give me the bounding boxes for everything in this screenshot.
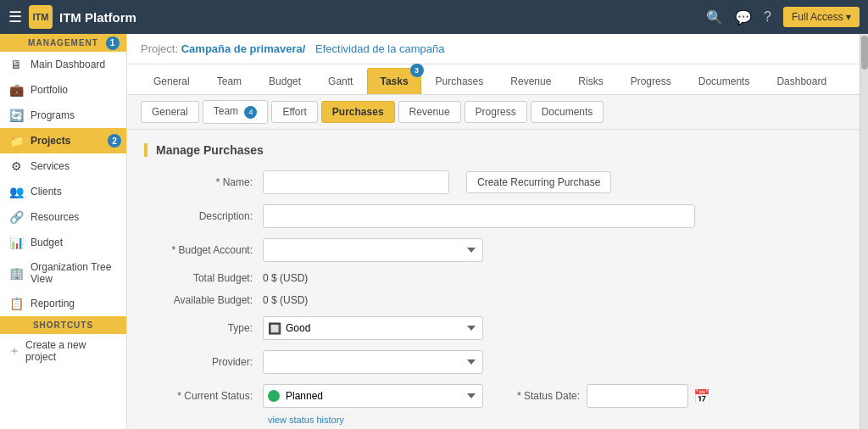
sidebar-item-label: Budget: [31, 237, 63, 248]
status-date-input[interactable]: [587, 384, 688, 408]
tab2-revenue[interactable]: Revenue: [398, 101, 461, 123]
current-status-label: * Current Status:: [144, 390, 263, 402]
chat-icon[interactable]: 💬: [735, 9, 752, 25]
help-icon[interactable]: ?: [764, 9, 771, 25]
sidebar-item-label: Main Dashboard: [31, 58, 105, 70]
tasks-badge: 3: [410, 64, 424, 77]
provider-select[interactable]: [263, 350, 483, 374]
scrollbar[interactable]: [860, 34, 868, 429]
tab-revenue[interactable]: Revenue: [498, 68, 564, 94]
budget-account-label: * Budget Account:: [144, 244, 263, 256]
tabs-row-1: General Team Budget Gantt Tasks 3 Purcha…: [127, 64, 868, 95]
team-badge: 4: [244, 106, 257, 119]
total-budget-value: 0 $ (USD): [263, 272, 308, 284]
reporting-icon: 📋: [8, 297, 24, 310]
scrollbar-thumb[interactable]: [861, 36, 868, 70]
tab-general[interactable]: General: [141, 68, 203, 94]
project-name-text: Campaña de primavera/: [181, 42, 306, 55]
projects-badge: 2: [108, 134, 121, 148]
services-icon: ⚙: [8, 159, 24, 173]
portfolio-icon: 💼: [8, 83, 24, 97]
tab-team[interactable]: Team: [204, 68, 254, 94]
status-date-label: * Status Date:: [517, 390, 580, 402]
budget-icon: 📊: [8, 236, 24, 249]
org-tree-icon: 🏢: [8, 266, 24, 280]
main-content: Project: Campaña de primavera/ Efectivid…: [127, 34, 868, 429]
search-icon[interactable]: 🔍: [706, 9, 723, 25]
provider-label: Provider:: [144, 356, 263, 368]
tab-purchases[interactable]: Purchases: [423, 68, 497, 94]
management-header: MANAGEMENT 1: [0, 34, 126, 52]
menu-icon[interactable]: ☰: [8, 8, 22, 26]
tab-progress[interactable]: Progress: [618, 68, 684, 94]
project-sub-name: Efectividad de la campaña: [315, 42, 444, 55]
sidebar-item-projects[interactable]: 📁 Projects 2: [0, 128, 126, 153]
view-status-history-link[interactable]: view status history: [268, 415, 344, 425]
total-budget-row: Total Budget: 0 $ (USD): [144, 272, 851, 284]
sidebar-item-label: Portfolio: [31, 84, 68, 96]
tab-documents[interactable]: Documents: [686, 68, 763, 94]
topbar-title: ITM Platform: [59, 10, 136, 25]
topbar-logo: ITM: [29, 5, 53, 29]
current-status-select[interactable]: Planned: [263, 384, 483, 408]
topbar-right: 🔍 💬 ? Full Access ▾: [706, 7, 860, 27]
status-date-group: * Status Date: 📅: [517, 384, 710, 408]
name-input[interactable]: [263, 170, 449, 194]
sidebar-item-resources[interactable]: 🔗 Resources: [0, 204, 126, 230]
tabs-row-2: General Team 4 Effort Purchases Revenue …: [127, 95, 868, 130]
view-history-row: view status history: [263, 413, 851, 425]
dashboard-icon: 🖥: [8, 58, 24, 71]
tab-dashboard[interactable]: Dashboard: [764, 68, 839, 94]
management-badge: 1: [106, 36, 120, 50]
tab-budget[interactable]: Budget: [256, 68, 314, 94]
sidebar-item-programs[interactable]: 🔄 Programs: [0, 103, 126, 128]
tab2-progress[interactable]: Progress: [465, 101, 527, 123]
provider-row: Provider:: [144, 350, 851, 374]
sidebar-item-label: Projects: [31, 135, 70, 147]
current-status-wrapper: Planned: [263, 384, 483, 408]
create-project-shortcut[interactable]: ＋ Create a new project: [0, 334, 126, 368]
name-row: * Name: Create Recurring Purchase: [144, 170, 851, 194]
budget-account-row: * Budget Account:: [144, 238, 851, 262]
projects-icon: 📁: [8, 134, 24, 148]
form-area: Manage Purchases * Name: Create Recurrin…: [127, 130, 868, 429]
available-budget-label: Available Budget:: [144, 294, 263, 306]
budget-account-select[interactable]: [263, 238, 483, 262]
sidebar-item-label: Organization Tree View: [31, 261, 118, 285]
sidebar-item-portfolio[interactable]: 💼 Portfolio: [0, 77, 126, 103]
type-select-wrapper: 🔲 Good: [263, 316, 483, 340]
full-access-button[interactable]: Full Access ▾: [783, 7, 860, 27]
tab-tasks[interactable]: Tasks 3: [367, 68, 420, 94]
tab-risks[interactable]: Risks: [565, 68, 615, 94]
tab2-purchases[interactable]: Purchases: [321, 101, 395, 123]
total-budget-label: Total Budget:: [144, 272, 263, 284]
topbar-left: ☰ ITM ITM Platform: [8, 5, 136, 29]
description-label: Description:: [144, 210, 263, 222]
sidebar-item-label: Services: [31, 160, 70, 172]
sidebar-item-label: Resources: [31, 211, 79, 223]
tab2-team[interactable]: Team 4: [203, 100, 269, 124]
sidebar-item-org-tree[interactable]: 🏢 Organization Tree View: [0, 255, 126, 291]
calendar-icon[interactable]: 📅: [693, 388, 710, 404]
sidebar-item-label: Reporting: [31, 298, 75, 309]
sidebar-item-label: Clients: [31, 186, 62, 198]
sidebar-item-clients[interactable]: 👥 Clients: [0, 179, 126, 204]
shortcuts-header: SHORTCUTS: [0, 316, 126, 334]
programs-icon: 🔄: [8, 109, 24, 122]
tab-gantt[interactable]: Gantt: [315, 68, 365, 94]
type-icon: 🔲: [268, 322, 281, 335]
sidebar-item-reporting[interactable]: 📋 Reporting: [0, 291, 126, 316]
sidebar-item-services[interactable]: ⚙ Services: [0, 153, 126, 179]
type-select[interactable]: Good: [263, 316, 483, 340]
topbar: ☰ ITM ITM Platform 🔍 💬 ? Full Access ▾: [0, 0, 868, 34]
create-project-icon: ＋: [8, 343, 20, 359]
tab2-effort[interactable]: Effort: [271, 101, 317, 123]
tab2-general[interactable]: General: [141, 101, 199, 123]
tab2-documents[interactable]: Documents: [531, 101, 604, 123]
sidebar-item-budget[interactable]: 📊 Budget: [0, 230, 126, 255]
type-row: Type: 🔲 Good: [144, 316, 851, 340]
sidebar-item-main-dashboard[interactable]: 🖥 Main Dashboard: [0, 52, 126, 77]
description-input[interactable]: [263, 204, 695, 228]
resources-icon: 🔗: [8, 210, 24, 224]
create-recurring-button[interactable]: Create Recurring Purchase: [466, 171, 611, 193]
